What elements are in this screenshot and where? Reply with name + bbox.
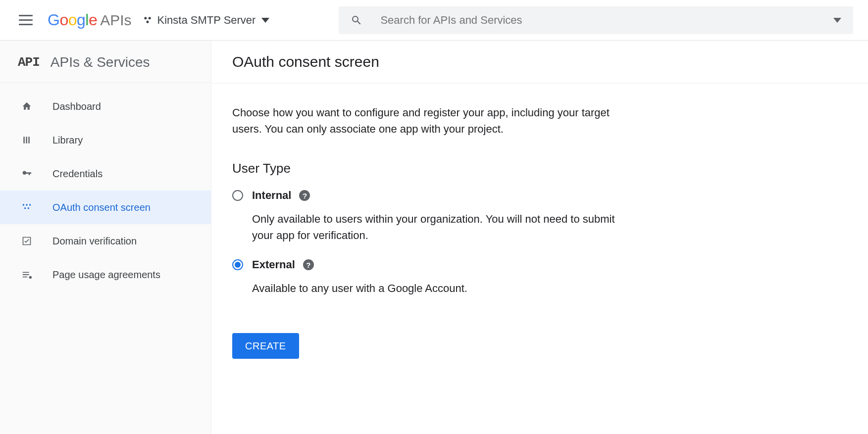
- nav-list: Dashboard Library Credentials OAuth cons…: [0, 83, 211, 291]
- radio-internal-label: Internal: [252, 189, 291, 202]
- sidebar-item-dashboard[interactable]: Dashboard: [0, 90, 211, 123]
- svg-point-3: [24, 207, 26, 209]
- sidebar-item-label: Library: [52, 135, 83, 146]
- sidebar-item-label: Domain verification: [52, 236, 137, 247]
- main-header: OAuth consent screen: [211, 41, 868, 84]
- chevron-down-icon: [261, 18, 269, 23]
- menu-icon[interactable]: [19, 13, 33, 27]
- intro-text: Choose how you want to configure and reg…: [232, 104, 636, 137]
- svg-point-4: [28, 207, 29, 209]
- radio-internal-desc: Only available to users within your orga…: [252, 211, 636, 243]
- svg-point-5: [29, 276, 32, 279]
- sidebar-item-oauth[interactable]: OAuth consent screen: [0, 191, 211, 224]
- project-name: Kinsta SMTP Server: [157, 14, 256, 27]
- chevron-down-icon[interactable]: [833, 18, 841, 23]
- search-input[interactable]: [380, 14, 827, 27]
- sidebar-item-label: Dashboard: [52, 101, 101, 112]
- dashboard-icon: [21, 101, 33, 111]
- main: OAuth consent screen Choose how you want…: [211, 41, 868, 434]
- help-icon[interactable]: ?: [303, 259, 314, 270]
- radio-external-row: External ?: [232, 258, 636, 271]
- list-icon: [21, 269, 33, 280]
- sidebar-item-label: Credentials: [52, 168, 102, 180]
- api-icon: API: [18, 55, 40, 70]
- sidebar: API APIs & Services Dashboard Library Cr…: [0, 41, 211, 434]
- content: API APIs & Services Dashboard Library Cr…: [0, 41, 868, 434]
- key-icon: [21, 168, 33, 179]
- apis-label: APIs: [100, 12, 131, 29]
- sidebar-item-credentials[interactable]: Credentials: [0, 157, 211, 191]
- sidebar-item-domain[interactable]: Domain verification: [0, 224, 211, 258]
- sidebar-item-library[interactable]: Library: [0, 123, 211, 157]
- help-icon[interactable]: ?: [299, 190, 310, 201]
- google-apis-logo[interactable]: Google APIs: [48, 11, 132, 29]
- search-box[interactable]: [339, 6, 853, 34]
- google-logo-text: Google: [48, 11, 97, 29]
- project-icon: [143, 15, 153, 25]
- radio-internal[interactable]: [232, 190, 243, 201]
- page-title: OAuth consent screen: [232, 53, 868, 70]
- project-selector[interactable]: Kinsta SMTP Server: [143, 14, 270, 27]
- sidebar-item-agreements[interactable]: Page usage agreements: [0, 258, 211, 291]
- sidebar-header: API APIs & Services: [0, 41, 211, 83]
- create-button[interactable]: CREATE: [232, 333, 299, 359]
- sidebar-title: APIs & Services: [51, 54, 150, 70]
- top-bar: Google APIs Kinsta SMTP Server: [0, 0, 868, 41]
- radio-external[interactable]: [232, 259, 243, 270]
- section-user-type: User Type: [232, 161, 636, 176]
- svg-point-1: [26, 204, 27, 205]
- main-body: Choose how you want to configure and reg…: [211, 84, 657, 359]
- library-icon: [21, 135, 33, 145]
- svg-point-2: [29, 204, 31, 205]
- oauth-icon: [21, 202, 33, 212]
- radio-internal-row: Internal ?: [232, 189, 636, 202]
- search-icon: [351, 14, 362, 26]
- sidebar-item-label: Page usage agreements: [52, 269, 160, 281]
- radio-external-label: External: [252, 258, 295, 271]
- sidebar-item-label: OAuth consent screen: [52, 202, 151, 213]
- svg-point-0: [23, 204, 24, 205]
- check-icon: [21, 236, 33, 246]
- radio-external-desc: Available to any user with a Google Acco…: [252, 280, 636, 296]
